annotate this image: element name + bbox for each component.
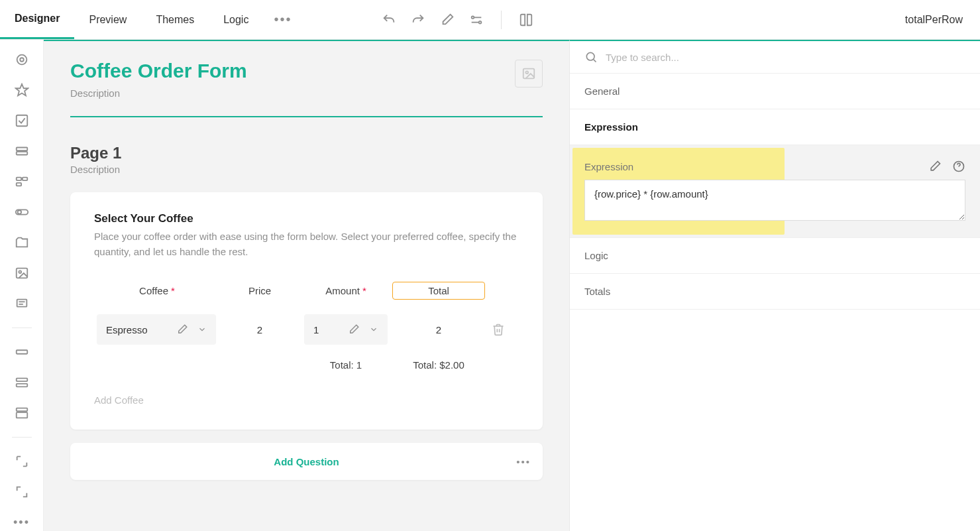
tab-designer-label: Designer bbox=[15, 13, 60, 25]
tab-themes-label: Themes bbox=[156, 14, 194, 26]
col-coffee-header[interactable]: Coffee* bbox=[94, 282, 220, 299]
price-value: 2 bbox=[257, 324, 262, 335]
section-general[interactable]: General bbox=[570, 74, 980, 109]
tab-designer[interactable]: Designer bbox=[0, 0, 74, 39]
section-expression-label: Expression bbox=[584, 121, 638, 133]
question-description[interactable]: Place your coffee order with ease using … bbox=[94, 229, 518, 259]
design-canvas[interactable]: Coffee Order Form Description Page 1 Des… bbox=[44, 40, 569, 531]
col-amount-header[interactable]: Amount* bbox=[299, 282, 392, 299]
tab-preview[interactable]: Preview bbox=[74, 0, 141, 39]
svg-rect-9 bbox=[16, 152, 27, 155]
question-title[interactable]: Select Your Coffee bbox=[94, 212, 519, 225]
delete-row-button[interactable] bbox=[485, 320, 512, 339]
col-price-header[interactable]: Price bbox=[220, 282, 299, 299]
clear-icon[interactable] bbox=[172, 324, 192, 335]
svg-point-27 bbox=[525, 71, 528, 74]
tab-themes[interactable]: Themes bbox=[141, 0, 209, 39]
matrix-header-row: Coffee* Price Amount* Total bbox=[94, 282, 519, 300]
matrix-data-row: Espresso 2 1 2 bbox=[94, 312, 519, 347]
required-mark: * bbox=[171, 285, 175, 296]
coffee-dropdown-value: Espresso bbox=[106, 324, 172, 335]
svg-rect-12 bbox=[16, 183, 21, 186]
singleinput-tool-icon[interactable] bbox=[14, 344, 30, 360]
coffee-dropdown[interactable]: Espresso bbox=[97, 314, 216, 345]
add-question-more-icon[interactable]: ••• bbox=[516, 456, 531, 467]
svg-rect-8 bbox=[16, 148, 27, 151]
matrix-totals-row: Total: 1 Total: $2.00 bbox=[94, 355, 519, 375]
svg-point-5 bbox=[20, 58, 24, 62]
collapse-tool-icon[interactable] bbox=[14, 484, 30, 500]
svg-rect-15 bbox=[16, 268, 27, 278]
totals-total: Total: $2.00 bbox=[392, 355, 485, 375]
property-search-input[interactable] bbox=[606, 52, 965, 63]
panel-tool-icon[interactable] bbox=[14, 405, 30, 421]
clear-expression-icon[interactable] bbox=[928, 160, 942, 173]
matrix-grid: Coffee* Price Amount* Total Espresso 2 bbox=[94, 282, 519, 375]
form-header: Coffee Order Form Description bbox=[44, 41, 569, 105]
book-icon[interactable] bbox=[519, 13, 533, 27]
page-title[interactable]: Page 1 bbox=[70, 144, 543, 162]
svg-point-14 bbox=[17, 210, 21, 214]
selected-property-name: totalPerRow bbox=[888, 14, 980, 26]
image-tool-icon[interactable] bbox=[14, 265, 30, 281]
checkbox-tool-icon[interactable] bbox=[14, 113, 30, 129]
top-toolbar bbox=[382, 11, 533, 29]
page-description[interactable]: Description bbox=[70, 164, 543, 175]
undo-icon[interactable] bbox=[382, 13, 396, 27]
tab-preview-label: Preview bbox=[89, 14, 127, 26]
page-header: Page 1 Description bbox=[44, 117, 569, 183]
svg-point-28 bbox=[586, 52, 594, 60]
chevron-down-icon[interactable] bbox=[364, 325, 384, 334]
form-description[interactable]: Description bbox=[70, 88, 247, 99]
svg-point-16 bbox=[19, 270, 21, 273]
rail-divider bbox=[12, 327, 32, 328]
toolbox-rail: ••• bbox=[0, 40, 44, 531]
add-question-bar[interactable]: Add Question ••• bbox=[70, 443, 543, 480]
expression-textarea[interactable] bbox=[584, 180, 965, 221]
tab-logic[interactable]: Logic bbox=[209, 0, 263, 39]
col-coffee-label: Coffee bbox=[139, 285, 168, 296]
form-title[interactable]: Coffee Order Form bbox=[70, 60, 247, 82]
section-totals[interactable]: Totals bbox=[570, 274, 980, 310]
svg-point-4 bbox=[17, 55, 27, 65]
chevron-down-icon[interactable] bbox=[192, 325, 212, 334]
svg-rect-24 bbox=[16, 408, 27, 412]
cell-total: 2 bbox=[392, 322, 485, 338]
amount-dropdown[interactable]: 1 bbox=[304, 314, 388, 345]
dropdown-tool-icon[interactable] bbox=[14, 143, 30, 159]
section-totals-label: Totals bbox=[584, 286, 610, 297]
rating-tool-icon[interactable] bbox=[14, 82, 30, 98]
col-total-header[interactable]: Total bbox=[392, 282, 485, 300]
tabs-more-button[interactable]: ••• bbox=[263, 12, 302, 27]
section-logic-label: Logic bbox=[584, 250, 608, 261]
rail-more-icon[interactable]: ••• bbox=[14, 514, 30, 530]
col-total-label: Total bbox=[428, 285, 449, 296]
radiogroup-tool-icon[interactable] bbox=[14, 52, 30, 68]
comment-tool-icon[interactable] bbox=[14, 296, 30, 312]
eraser-icon[interactable] bbox=[440, 13, 455, 27]
search-icon bbox=[584, 50, 598, 64]
redo-icon[interactable] bbox=[411, 13, 425, 27]
multipletext-tool-icon[interactable] bbox=[14, 375, 30, 390]
svg-rect-23 bbox=[16, 384, 27, 387]
tab-logic-label: Logic bbox=[223, 14, 248, 26]
col-price-label: Price bbox=[248, 285, 271, 296]
help-icon[interactable] bbox=[952, 160, 965, 173]
file-tool-icon[interactable] bbox=[14, 235, 30, 251]
tagbox-tool-icon[interactable] bbox=[14, 174, 30, 190]
clear-icon[interactable] bbox=[344, 324, 364, 335]
section-logic[interactable]: Logic bbox=[570, 238, 980, 274]
settings-sliders-icon[interactable] bbox=[469, 13, 484, 27]
expression-field-label: Expression bbox=[584, 161, 633, 172]
section-expression[interactable]: Expression bbox=[570, 109, 980, 145]
section-general-label: General bbox=[584, 86, 620, 97]
rail-divider-2 bbox=[12, 437, 32, 438]
property-panel: General Expression Expression Logic Tota… bbox=[569, 40, 980, 531]
boolean-tool-icon[interactable] bbox=[14, 204, 30, 220]
logo-placeholder[interactable] bbox=[515, 60, 543, 88]
add-row-button[interactable]: Add Coffee bbox=[94, 394, 519, 406]
svg-rect-22 bbox=[16, 379, 27, 382]
question-card[interactable]: Select Your Coffee Place your coffee ord… bbox=[70, 192, 543, 430]
expand-tool-icon[interactable] bbox=[14, 453, 30, 469]
svg-rect-7 bbox=[16, 115, 27, 127]
